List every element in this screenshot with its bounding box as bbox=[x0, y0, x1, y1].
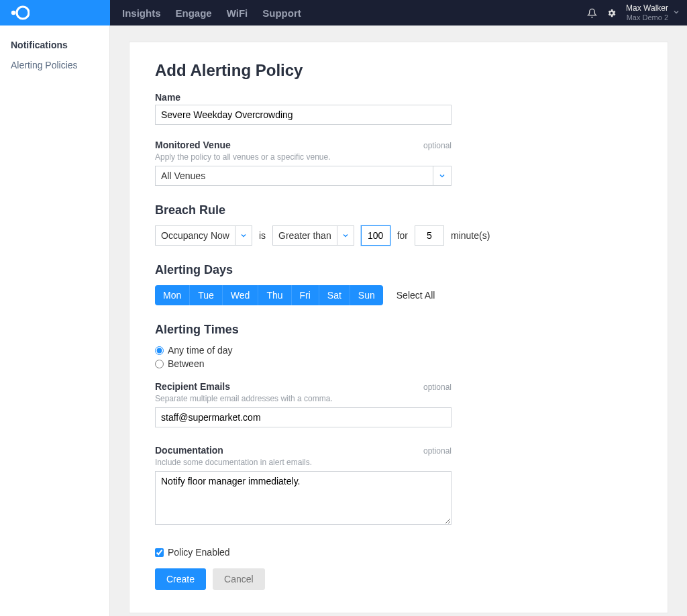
chevron-down-icon bbox=[337, 225, 354, 246]
cancel-button[interactable]: Cancel bbox=[213, 568, 265, 590]
threshold-input[interactable] bbox=[361, 225, 390, 246]
emails-hint: Separate multiple email addresses with a… bbox=[155, 394, 642, 403]
sidebar-item-alerting-policies[interactable]: Alerting Policies bbox=[0, 55, 109, 75]
chevron-down-icon bbox=[672, 7, 680, 18]
topbar: Insights Engage WiFi Support Max Walker … bbox=[0, 0, 687, 25]
create-button[interactable]: Create bbox=[155, 568, 206, 590]
nav-insights[interactable]: Insights bbox=[122, 7, 161, 19]
times-heading: Alerting Times bbox=[155, 323, 642, 337]
gear-icon[interactable] bbox=[606, 8, 617, 18]
emails-optional: optional bbox=[423, 382, 452, 392]
select-all-days[interactable]: Select All bbox=[397, 290, 435, 301]
venue-label: Monitored Venue bbox=[155, 140, 231, 150]
radio-anytime-label: Any time of day bbox=[168, 345, 233, 356]
radio-anytime[interactable] bbox=[155, 346, 164, 355]
svg-point-0 bbox=[11, 11, 15, 15]
svg-point-1 bbox=[17, 7, 29, 19]
breach-heading: Breach Rule bbox=[155, 203, 642, 217]
content-area: Add Alerting Policy Name Monitored Venue… bbox=[110, 25, 687, 616]
days-button-group: Mon Tue Wed Thu Fri Sat Sun bbox=[155, 285, 383, 305]
form-card: Add Alerting Policy Name Monitored Venue… bbox=[129, 42, 668, 613]
emails-input[interactable] bbox=[155, 407, 452, 427]
sidebar-item-notifications[interactable]: Notifications bbox=[0, 35, 109, 55]
user-menu[interactable]: Max Walker Max Demo 2 bbox=[626, 4, 680, 21]
nav-wifi[interactable]: WiFi bbox=[227, 7, 248, 19]
page-title: Add Alerting Policy bbox=[155, 61, 642, 80]
venue-select-value: All Venues bbox=[155, 166, 433, 186]
breach-rule-row: Occupancy Now is Greater than for minute… bbox=[155, 225, 642, 246]
minutes-text: minute(s) bbox=[451, 230, 490, 241]
is-text: is bbox=[259, 230, 266, 241]
day-wed[interactable]: Wed bbox=[223, 285, 259, 305]
day-mon[interactable]: Mon bbox=[155, 285, 190, 305]
user-subtitle: Max Demo 2 bbox=[627, 13, 668, 21]
days-heading: Alerting Days bbox=[155, 263, 642, 277]
policy-enabled-checkbox[interactable] bbox=[155, 548, 164, 557]
emails-label: Recipient Emails bbox=[155, 381, 230, 392]
day-sat[interactable]: Sat bbox=[319, 285, 350, 305]
comparator-select[interactable]: Greater than bbox=[272, 225, 354, 246]
venue-hint: Apply the policy to all venues or a spec… bbox=[155, 152, 642, 162]
logo-icon bbox=[9, 5, 30, 21]
day-thu[interactable]: Thu bbox=[258, 285, 291, 305]
name-label: Name bbox=[155, 92, 642, 103]
day-sun[interactable]: Sun bbox=[350, 285, 383, 305]
doc-hint: Include some documentation in alert emai… bbox=[155, 458, 642, 467]
metric-select-value: Occupancy Now bbox=[155, 225, 235, 246]
venue-select[interactable]: All Venues bbox=[155, 166, 452, 186]
nav-support[interactable]: Support bbox=[262, 7, 301, 19]
user-name: Max Walker bbox=[626, 4, 668, 13]
for-text: for bbox=[397, 230, 408, 241]
doc-optional: optional bbox=[423, 446, 452, 456]
duration-input[interactable] bbox=[415, 225, 444, 246]
sidebar-item-label: Notifications bbox=[11, 40, 68, 50]
day-fri[interactable]: Fri bbox=[292, 285, 319, 305]
radio-between-label: Between bbox=[168, 358, 204, 369]
nav-engage[interactable]: Engage bbox=[176, 7, 212, 19]
logo[interactable] bbox=[0, 0, 110, 25]
radio-between[interactable] bbox=[155, 360, 164, 368]
topnav: Insights Engage WiFi Support bbox=[110, 7, 587, 19]
chevron-down-icon bbox=[433, 166, 452, 186]
chevron-down-icon bbox=[235, 225, 252, 246]
doc-textarea[interactable] bbox=[155, 471, 452, 525]
sidebar-item-label: Alerting Policies bbox=[11, 60, 78, 70]
bell-icon[interactable] bbox=[587, 8, 597, 18]
name-input[interactable] bbox=[155, 105, 452, 125]
venue-optional: optional bbox=[423, 141, 452, 150]
sidebar: Notifications Alerting Policies bbox=[0, 25, 110, 616]
doc-label: Documentation bbox=[155, 445, 223, 456]
day-tue[interactable]: Tue bbox=[190, 285, 223, 305]
comparator-select-value: Greater than bbox=[272, 225, 337, 246]
topnav-right: Max Walker Max Demo 2 bbox=[587, 4, 687, 21]
metric-select[interactable]: Occupancy Now bbox=[155, 225, 252, 246]
policy-enabled-label: Policy Enabled bbox=[168, 547, 230, 558]
